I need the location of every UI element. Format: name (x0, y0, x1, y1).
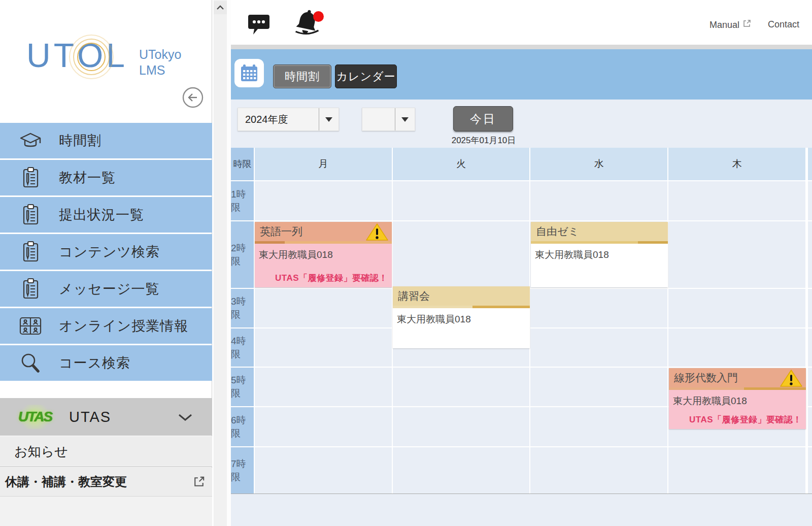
online-class-icon (18, 316, 43, 336)
utas-logo-icon: UTAS (17, 405, 53, 429)
course-card-body: 東大用教職員018 (531, 244, 668, 287)
today-button-label: 今日 (470, 111, 496, 127)
course-title: 講習会 (398, 289, 430, 303)
sidebar-item-materials[interactable]: 教材一覧 (0, 160, 212, 195)
course-instructor: 東大用教職員018 (393, 308, 530, 326)
registration-warning-text: UTAS「履修登録」要確認！ (275, 272, 388, 284)
term-select[interactable] (362, 108, 415, 131)
timetable-cell-partial (808, 181, 812, 220)
course-card-english[interactable]: 英語一列 東大用教職員018 UTAS「履修登録」要確認！ (255, 222, 392, 287)
day-header-partial (808, 148, 812, 180)
contact-link-label: Contact (768, 19, 799, 30)
course-card-linear-algebra[interactable]: 線形代数入門 東大用教職員018 UTAS「履修登録」要確認！ (669, 368, 806, 429)
clipboard-icon (18, 241, 43, 263)
sidebar-item-submission-status[interactable]: 提出状況一覧 (0, 197, 212, 233)
sidebar-item-class-changes[interactable]: 休講・補講・教室変更 (0, 468, 212, 497)
external-link-icon (742, 19, 751, 30)
sidebar: U T O L UTokyo LMS (0, 0, 212, 526)
day-header-mon: 月 (255, 148, 392, 180)
utol-lms-screen: U T O L UTokyo LMS (0, 0, 812, 526)
timetable-cell (393, 407, 530, 446)
warning-icon[interactable] (365, 223, 389, 241)
timetable-cell (255, 289, 392, 327)
year-select[interactable]: 2024年度 (238, 108, 339, 131)
timetable-cell (393, 447, 530, 494)
sidebar-item-message-list[interactable]: メッセージ一覧 (0, 271, 212, 307)
tab-timetable[interactable]: 時間割 (273, 64, 331, 88)
chevron-down-icon (178, 413, 193, 423)
period-label: 6時限 (231, 407, 254, 446)
scrollbar-track[interactable] (214, 0, 227, 526)
course-card-body: 東大用教職員018 (393, 308, 530, 348)
period-label: 3時限 (231, 289, 254, 327)
course-title: 線形代数入門 (674, 371, 738, 385)
timetable-cell (530, 368, 667, 406)
timetable-cell (530, 407, 667, 446)
timetable-cell-partial (808, 328, 812, 367)
clipboard-icon (18, 167, 43, 189)
timetable-row-1: 1時限 (231, 181, 812, 220)
clipboard-icon (18, 204, 43, 226)
timetable-cell (668, 221, 805, 288)
today-button[interactable]: 今日 (453, 106, 513, 132)
period-label: 5時限 (231, 368, 254, 406)
day-header-wed: 水 (530, 148, 667, 180)
manual-link-label: Manual (709, 20, 739, 30)
timetable-cell (255, 181, 392, 220)
timetable-cell (668, 181, 805, 220)
search-icon (18, 351, 43, 375)
manual-link[interactable]: Manual (709, 19, 751, 30)
timetable-cell (530, 328, 667, 367)
external-link-icon (193, 476, 205, 488)
chat-icon[interactable] (247, 12, 270, 36)
logo-area: U T O L UTokyo LMS (0, 0, 212, 122)
timetable-cell (668, 328, 805, 367)
sidebar-item-notices[interactable]: お知らせ (0, 436, 212, 467)
timetable-cell (393, 221, 530, 288)
course-card-body: 東大用教職員018 UTAS「履修登録」要確認！ (669, 390, 806, 429)
sidebar-collapse-button[interactable] (182, 86, 204, 109)
course-card-header: 講習会 (393, 286, 530, 306)
view-toolbar: 時間割 カレンダー (231, 49, 812, 100)
course-card-seminar[interactable]: 講習会 東大用教職員018 (393, 286, 530, 348)
sidebar-nav: 時間割 教材一覧 提出状況一覧 (0, 123, 212, 382)
sidebar-item-label: コンテンツ検索 (59, 243, 160, 261)
tab-calendar[interactable]: カレンダー (335, 64, 397, 88)
timetable-cell-partial (808, 289, 812, 327)
sidebar-item-label: 休講・補講・教室変更 (5, 474, 127, 490)
timetable-cell (668, 289, 805, 327)
period-label: 1時限 (231, 181, 254, 220)
timetable-cell (530, 447, 667, 494)
scroll-up-button[interactable] (214, 1, 227, 14)
period-label: 4時限 (231, 328, 254, 367)
day-header-tue: 火 (393, 148, 530, 180)
sidebar-item-timetable[interactable]: 時間割 (0, 123, 212, 158)
sidebar-item-course-search[interactable]: コース検索 (0, 345, 212, 381)
timetable-cell (255, 447, 392, 494)
course-card-free-seminar[interactable]: 自由ゼミ 東大用教職員018 (531, 222, 668, 287)
sidebar-item-online-class-info[interactable]: オンライン授業情報 (0, 308, 212, 344)
clipboard-icon (18, 278, 43, 300)
page-scrollbar[interactable] (213, 0, 231, 526)
sidebar-item-label: オンライン授業情報 (59, 317, 188, 335)
timetable-cell (668, 447, 805, 494)
timetable-cell (530, 181, 667, 220)
period-header-cell: 時限 (231, 148, 254, 180)
course-instructor: 東大用教職員018 (255, 244, 392, 261)
course-title: 自由ゼミ (536, 224, 579, 239)
course-instructor: 東大用教職員018 (669, 390, 806, 408)
timetable-cell (393, 368, 530, 406)
timetable-cell (255, 407, 392, 446)
timetable-cell-partial (808, 447, 812, 494)
chevron-up-icon (216, 3, 224, 12)
registration-warning-text: UTAS「履修登録」要確認！ (689, 414, 802, 425)
warning-icon[interactable] (780, 369, 803, 387)
dropdown-arrow-icon (395, 108, 415, 130)
collapse-arrow-icon (182, 102, 204, 110)
sidebar-section-utas[interactable]: UTAS UTAS (0, 398, 212, 436)
sidebar-item-label: 教材一覧 (59, 169, 116, 187)
timetable-cell-partial (808, 221, 812, 288)
contact-link[interactable]: Contact (768, 19, 799, 30)
course-card-header: 自由ゼミ (531, 222, 668, 241)
sidebar-item-content-search[interactable]: コンテンツ検索 (0, 234, 212, 270)
